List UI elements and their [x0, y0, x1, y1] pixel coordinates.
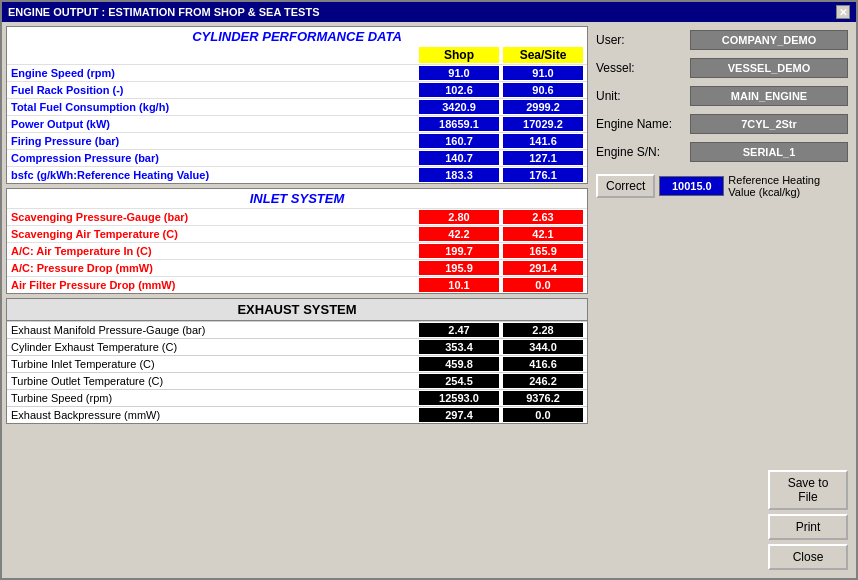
shop-value: 18659.1: [419, 117, 499, 131]
row-label: Fuel Rack Position (-): [11, 84, 415, 96]
engine-sn-row: Engine S/N: SERIAL_1: [596, 142, 848, 162]
exhaust-rows: Exhaust Manifold Pressure-Gauge (bar) 2.…: [7, 321, 587, 423]
cylinder-section: CYLINDER PERFORMANCE DATA Shop Sea/Site …: [6, 26, 588, 184]
sea-value: 176.1: [503, 168, 583, 182]
sea-value: 0.0: [503, 278, 583, 292]
save-to-file-button[interactable]: Save to File: [768, 470, 848, 510]
row-label: Turbine Inlet Temperature (C): [11, 358, 415, 370]
table-row: Fuel Rack Position (-) 102.6 90.6: [7, 81, 587, 98]
shop-value: 199.7: [419, 244, 499, 258]
shop-value: 3420.9: [419, 100, 499, 114]
table-row: Cylinder Exhaust Temperature (C) 353.4 3…: [7, 338, 587, 355]
shop-value: 195.9: [419, 261, 499, 275]
shop-value: 297.4: [419, 408, 499, 422]
table-row: Air Filter Pressure Drop (mmW) 10.1 0.0: [7, 276, 587, 293]
shop-value: 102.6: [419, 83, 499, 97]
sea-value: 0.0: [503, 408, 583, 422]
user-value: COMPANY_DEMO: [690, 30, 848, 50]
bottom-buttons: Save to File Print Close: [596, 470, 848, 570]
table-row: A/C: Air Temperature In (C) 199.7 165.9: [7, 242, 587, 259]
table-row: Scavenging Pressure-Gauge (bar) 2.80 2.6…: [7, 208, 587, 225]
row-label: A/C: Pressure Drop (mmW): [11, 262, 415, 274]
exhaust-header: EXHAUST SYSTEM: [7, 299, 587, 321]
row-label: A/C: Air Temperature In (C): [11, 245, 415, 257]
sea-value: 246.2: [503, 374, 583, 388]
shop-value: 183.3: [419, 168, 499, 182]
shop-value: 12593.0: [419, 391, 499, 405]
print-button[interactable]: Print: [768, 514, 848, 540]
exhaust-section: EXHAUST SYSTEM Exhaust Manifold Pressure…: [6, 298, 588, 424]
sea-value: 91.0: [503, 66, 583, 80]
shop-value: 254.5: [419, 374, 499, 388]
sea-col-header: Sea/Site: [503, 47, 583, 63]
row-label: Firing Pressure (bar): [11, 135, 415, 147]
sea-value: 2.63: [503, 210, 583, 224]
table-row: Firing Pressure (bar) 160.7 141.6: [7, 132, 587, 149]
sea-value: 165.9: [503, 244, 583, 258]
table-row: Scavenging Air Temperature (C) 42.2 42.1: [7, 225, 587, 242]
unit-row: Unit: MAIN_ENGINE: [596, 86, 848, 106]
table-row: Turbine Outlet Temperature (C) 254.5 246…: [7, 372, 587, 389]
cylinder-rows: Engine Speed (rpm) 91.0 91.0 Fuel Rack P…: [7, 64, 587, 183]
vessel-value: VESSEL_DEMO: [690, 58, 848, 78]
table-row: Turbine Inlet Temperature (C) 459.8 416.…: [7, 355, 587, 372]
shop-value: 160.7: [419, 134, 499, 148]
row-label: bsfc (g/kWh:Reference Heating Value): [11, 169, 415, 181]
engine-sn-value: SERIAL_1: [690, 142, 848, 162]
table-row: Exhaust Backpressure (mmW) 297.4 0.0: [7, 406, 587, 423]
right-panel: User: COMPANY_DEMO Vessel: VESSEL_DEMO U…: [592, 26, 852, 574]
user-label: User:: [596, 33, 686, 47]
shop-value: 91.0: [419, 66, 499, 80]
engine-sn-label: Engine S/N:: [596, 145, 686, 159]
unit-value: MAIN_ENGINE: [690, 86, 848, 106]
row-label: Exhaust Backpressure (mmW): [11, 409, 415, 421]
user-row: User: COMPANY_DEMO: [596, 30, 848, 50]
cylinder-header: CYLINDER PERFORMANCE DATA: [7, 27, 587, 46]
sea-value: 291.4: [503, 261, 583, 275]
row-label: Engine Speed (rpm): [11, 67, 415, 79]
shop-value: 459.8: [419, 357, 499, 371]
vessel-row: Vessel: VESSEL_DEMO: [596, 58, 848, 78]
shop-value: 2.80: [419, 210, 499, 224]
table-row: A/C: Pressure Drop (mmW) 195.9 291.4: [7, 259, 587, 276]
unit-label: Unit:: [596, 89, 686, 103]
shop-col-header: Shop: [419, 47, 499, 63]
row-label: Turbine Outlet Temperature (C): [11, 375, 415, 387]
title-text: ENGINE OUTPUT : ESTIMATION FROM SHOP & S…: [8, 6, 319, 18]
heating-value-input[interactable]: 10015.0: [659, 176, 724, 196]
correct-row: Correct 10015.0 Reference HeatingValue (…: [596, 174, 848, 198]
sea-value: 17029.2: [503, 117, 583, 131]
close-button[interactable]: Close: [768, 544, 848, 570]
vessel-label: Vessel:: [596, 61, 686, 75]
reference-heating-label: Reference HeatingValue (kcal/kg): [728, 174, 820, 198]
shop-value: 140.7: [419, 151, 499, 165]
sea-value: 127.1: [503, 151, 583, 165]
correct-button[interactable]: Correct: [596, 174, 655, 198]
engine-name-row: Engine Name: 7CYL_2Str: [596, 114, 848, 134]
close-icon[interactable]: ✕: [836, 5, 850, 19]
row-label: Air Filter Pressure Drop (mmW): [11, 279, 415, 291]
table-row: Total Fuel Consumption (kg/h) 3420.9 299…: [7, 98, 587, 115]
title-bar: ENGINE OUTPUT : ESTIMATION FROM SHOP & S…: [2, 2, 856, 22]
engine-name-label: Engine Name:: [596, 117, 686, 131]
main-window: ENGINE OUTPUT : ESTIMATION FROM SHOP & S…: [0, 0, 858, 580]
table-row: Engine Speed (rpm) 91.0 91.0: [7, 64, 587, 81]
shop-value: 42.2: [419, 227, 499, 241]
sea-value: 141.6: [503, 134, 583, 148]
table-row: Compression Pressure (bar) 140.7 127.1: [7, 149, 587, 166]
row-label: Power Output (kW): [11, 118, 415, 130]
sea-value: 9376.2: [503, 391, 583, 405]
row-label: Exhaust Manifold Pressure-Gauge (bar): [11, 324, 415, 336]
row-label: Scavenging Pressure-Gauge (bar): [11, 211, 415, 223]
inlet-section: INLET SYSTEM Scavenging Pressure-Gauge (…: [6, 188, 588, 294]
table-row: Exhaust Manifold Pressure-Gauge (bar) 2.…: [7, 321, 587, 338]
table-row: bsfc (g/kWh:Reference Heating Value) 183…: [7, 166, 587, 183]
row-label: Scavenging Air Temperature (C): [11, 228, 415, 240]
inlet-rows: Scavenging Pressure-Gauge (bar) 2.80 2.6…: [7, 208, 587, 293]
table-row: Turbine Speed (rpm) 12593.0 9376.2: [7, 389, 587, 406]
engine-name-value: 7CYL_2Str: [690, 114, 848, 134]
shop-value: 10.1: [419, 278, 499, 292]
sea-value: 42.1: [503, 227, 583, 241]
cylinder-col-headers: Shop Sea/Site: [7, 46, 587, 64]
sea-value: 416.6: [503, 357, 583, 371]
